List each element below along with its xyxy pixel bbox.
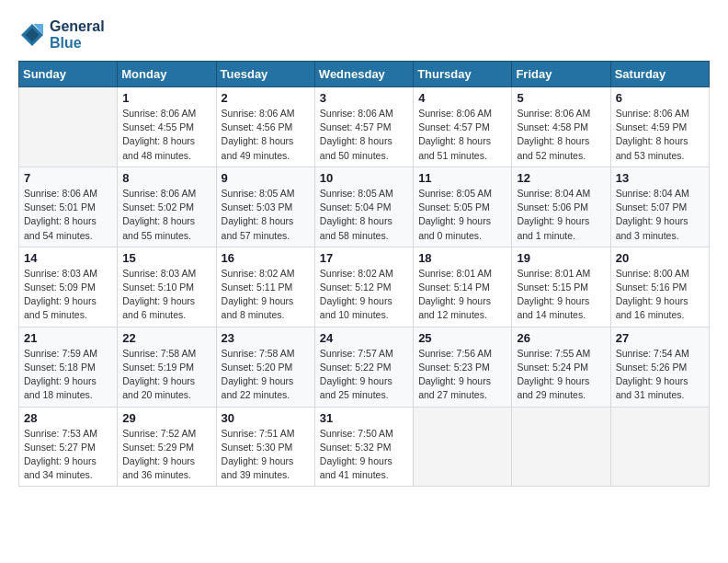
day-header-wednesday: Wednesday [314,62,413,87]
day-number: 10 [320,171,408,185]
calendar-cell: 19Sunrise: 8:01 AM Sunset: 5:15 PM Dayli… [512,247,610,327]
day-header-thursday: Thursday [414,62,512,87]
day-info: Sunrise: 8:06 AM Sunset: 4:57 PM Dayligh… [320,107,408,163]
calendar-header: SundayMondayTuesdayWednesdayThursdayFrid… [19,62,710,87]
day-number: 13 [616,171,704,185]
day-number: 2 [222,91,310,105]
day-number: 17 [320,251,408,265]
calendar-cell [19,87,118,167]
day-info: Sunrise: 8:03 AM Sunset: 5:09 PM Dayligh… [24,267,112,323]
day-number: 29 [122,411,210,425]
logo-text: General Blue [50,18,105,52]
calendar-cell: 11Sunrise: 8:05 AM Sunset: 5:05 PM Dayli… [414,167,512,247]
calendar-cell: 4Sunrise: 8:06 AM Sunset: 4:57 PM Daylig… [414,87,512,167]
day-info: Sunrise: 7:56 AM Sunset: 5:23 PM Dayligh… [418,347,506,403]
day-header-saturday: Saturday [610,62,709,87]
day-info: Sunrise: 7:52 AM Sunset: 5:29 PM Dayligh… [122,427,210,483]
calendar-cell: 25Sunrise: 7:56 AM Sunset: 5:23 PM Dayli… [414,327,512,407]
calendar-week-4: 21Sunrise: 7:59 AM Sunset: 5:18 PM Dayli… [19,327,710,407]
calendar-cell: 31Sunrise: 7:50 AM Sunset: 5:32 PM Dayli… [314,407,413,487]
calendar-cell: 9Sunrise: 8:05 AM Sunset: 5:03 PM Daylig… [216,167,314,247]
logo: General Blue [18,18,105,52]
day-info: Sunrise: 7:50 AM Sunset: 5:32 PM Dayligh… [320,427,408,483]
calendar-cell: 24Sunrise: 7:57 AM Sunset: 5:22 PM Dayli… [314,327,413,407]
day-info: Sunrise: 8:06 AM Sunset: 4:59 PM Dayligh… [616,107,704,163]
day-number: 3 [320,91,408,105]
day-number: 20 [616,251,704,265]
day-info: Sunrise: 8:03 AM Sunset: 5:10 PM Dayligh… [122,267,210,323]
calendar-cell: 6Sunrise: 8:06 AM Sunset: 4:59 PM Daylig… [610,87,709,167]
day-info: Sunrise: 8:04 AM Sunset: 5:07 PM Dayligh… [616,187,704,243]
calendar-cell: 28Sunrise: 7:53 AM Sunset: 5:27 PM Dayli… [19,407,118,487]
day-number: 16 [222,251,310,265]
day-info: Sunrise: 7:58 AM Sunset: 5:20 PM Dayligh… [222,347,310,403]
day-info: Sunrise: 8:06 AM Sunset: 4:56 PM Dayligh… [222,107,310,163]
calendar-cell: 17Sunrise: 8:02 AM Sunset: 5:12 PM Dayli… [314,247,413,327]
day-number: 15 [122,251,210,265]
calendar-cell: 14Sunrise: 8:03 AM Sunset: 5:09 PM Dayli… [19,247,118,327]
calendar-cell: 29Sunrise: 7:52 AM Sunset: 5:29 PM Dayli… [118,407,216,487]
day-info: Sunrise: 8:00 AM Sunset: 5:16 PM Dayligh… [616,267,704,323]
day-info: Sunrise: 8:02 AM Sunset: 5:12 PM Dayligh… [320,267,408,323]
day-number: 18 [418,251,506,265]
day-info: Sunrise: 8:01 AM Sunset: 5:14 PM Dayligh… [418,267,506,323]
day-number: 23 [222,331,310,345]
day-info: Sunrise: 8:05 AM Sunset: 5:03 PM Dayligh… [222,187,310,243]
calendar-cell: 22Sunrise: 7:58 AM Sunset: 5:19 PM Dayli… [118,327,216,407]
day-info: Sunrise: 7:53 AM Sunset: 5:27 PM Dayligh… [24,427,112,483]
calendar-table: SundayMondayTuesdayWednesdayThursdayFrid… [18,61,710,487]
day-header-friday: Friday [512,62,610,87]
day-number: 26 [517,331,605,345]
day-number: 21 [24,331,112,345]
calendar-cell [610,407,709,487]
day-number: 31 [320,411,408,425]
calendar-cell: 26Sunrise: 7:55 AM Sunset: 5:24 PM Dayli… [512,327,610,407]
day-info: Sunrise: 8:06 AM Sunset: 5:02 PM Dayligh… [122,187,210,243]
day-number: 24 [320,331,408,345]
calendar-cell [512,407,610,487]
day-number: 4 [418,91,506,105]
day-info: Sunrise: 7:55 AM Sunset: 5:24 PM Dayligh… [517,347,605,403]
calendar-cell: 8Sunrise: 8:06 AM Sunset: 5:02 PM Daylig… [118,167,216,247]
day-info: Sunrise: 8:02 AM Sunset: 5:11 PM Dayligh… [222,267,310,323]
day-header-tuesday: Tuesday [216,62,314,87]
day-info: Sunrise: 8:04 AM Sunset: 5:06 PM Dayligh… [517,187,605,243]
day-info: Sunrise: 7:59 AM Sunset: 5:18 PM Dayligh… [24,347,112,403]
day-header-sunday: Sunday [19,62,118,87]
calendar-cell: 13Sunrise: 8:04 AM Sunset: 5:07 PM Dayli… [610,167,709,247]
calendar-cell [414,407,512,487]
day-info: Sunrise: 8:06 AM Sunset: 4:57 PM Dayligh… [418,107,506,163]
calendar-cell: 15Sunrise: 8:03 AM Sunset: 5:10 PM Dayli… [118,247,216,327]
calendar-cell: 30Sunrise: 7:51 AM Sunset: 5:30 PM Dayli… [216,407,314,487]
calendar-cell: 12Sunrise: 8:04 AM Sunset: 5:06 PM Dayli… [512,167,610,247]
page-header: General Blue [18,18,710,52]
day-number: 14 [24,251,112,265]
calendar-cell: 1Sunrise: 8:06 AM Sunset: 4:55 PM Daylig… [118,87,216,167]
day-number: 12 [517,171,605,185]
day-info: Sunrise: 8:06 AM Sunset: 5:01 PM Dayligh… [24,187,112,243]
day-number: 11 [418,171,506,185]
day-info: Sunrise: 8:05 AM Sunset: 5:04 PM Dayligh… [320,187,408,243]
calendar-cell: 23Sunrise: 7:58 AM Sunset: 5:20 PM Dayli… [216,327,314,407]
logo-icon [18,21,46,49]
day-info: Sunrise: 8:01 AM Sunset: 5:15 PM Dayligh… [517,267,605,323]
day-number: 30 [222,411,310,425]
day-number: 28 [24,411,112,425]
day-number: 8 [122,171,210,185]
calendar-cell: 5Sunrise: 8:06 AM Sunset: 4:58 PM Daylig… [512,87,610,167]
day-info: Sunrise: 7:54 AM Sunset: 5:26 PM Dayligh… [616,347,704,403]
day-number: 1 [122,91,210,105]
day-info: Sunrise: 8:05 AM Sunset: 5:05 PM Dayligh… [418,187,506,243]
day-number: 27 [616,331,704,345]
day-number: 9 [222,171,310,185]
day-number: 7 [24,171,112,185]
day-info: Sunrise: 7:51 AM Sunset: 5:30 PM Dayligh… [222,427,310,483]
calendar-cell: 18Sunrise: 8:01 AM Sunset: 5:14 PM Dayli… [414,247,512,327]
calendar-cell: 7Sunrise: 8:06 AM Sunset: 5:01 PM Daylig… [19,167,118,247]
calendar-cell: 3Sunrise: 8:06 AM Sunset: 4:57 PM Daylig… [314,87,413,167]
day-number: 19 [517,251,605,265]
calendar-cell: 27Sunrise: 7:54 AM Sunset: 5:26 PM Dayli… [610,327,709,407]
day-info: Sunrise: 7:58 AM Sunset: 5:19 PM Dayligh… [122,347,210,403]
calendar-week-2: 7Sunrise: 8:06 AM Sunset: 5:01 PM Daylig… [19,167,710,247]
day-number: 22 [122,331,210,345]
